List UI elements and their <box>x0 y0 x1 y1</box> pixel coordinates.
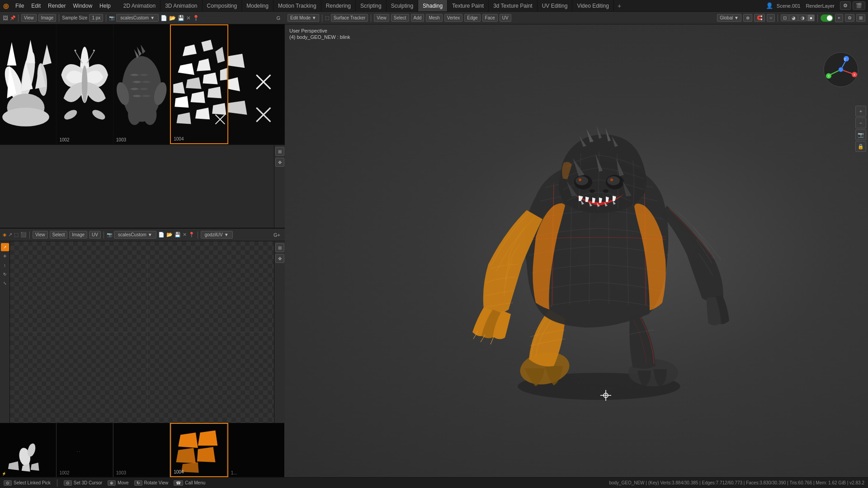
save-image-icon[interactable]: 💾 <box>178 15 184 21</box>
gizmo-toggle[interactable]: ⌖ <box>835 14 843 22</box>
add-workspace-button[interactable]: + <box>614 2 625 9</box>
uv-gizmo-toggle-btn[interactable]: G+ <box>272 231 282 239</box>
snap-toggle[interactable]: 🧲 <box>754 14 765 22</box>
transform-pivot-btn[interactable]: ⊕ <box>743 14 752 22</box>
uv-cursor-tool-btn[interactable]: ✛ <box>1 252 9 260</box>
viewport-overlay-info: User Perspective (4) body_GEO_NEW : blin… <box>289 28 350 40</box>
uv-pan-btn-right[interactable]: ✥ <box>275 254 284 263</box>
uv-select-tool-btn[interactable]: ↗ <box>1 243 9 251</box>
vp-view-btn[interactable]: View <box>374 14 389 22</box>
render-btn[interactable]: ● <box>807 14 815 21</box>
image-thumb-1005[interactable] <box>228 24 285 144</box>
edit-mode-dropdown[interactable]: Edit Mode ▼ <box>288 14 319 22</box>
uv-move-tool-btn[interactable]: ↕ <box>1 261 9 269</box>
tab-compositing[interactable]: Compositing <box>203 0 242 11</box>
tab-motion-tracking[interactable]: Motion Tracking <box>274 0 321 11</box>
bottom-thumb-last[interactable]: 1... <box>228 423 285 477</box>
pin-image-icon[interactable]: 📍 <box>193 15 199 21</box>
svg-marker-69 <box>179 432 198 448</box>
uv-editor-mode-icon[interactable]: ◈ <box>3 232 6 238</box>
menu-help[interactable]: Help <box>96 0 114 11</box>
bottom-thumb-1004[interactable]: 1004 <box>170 423 228 477</box>
pin-icon[interactable]: 📌 <box>10 15 15 20</box>
menu-items: File Edit Render Window Help <box>12 0 114 11</box>
view-menu-btn[interactable]: View <box>21 14 37 22</box>
uv-image-name-dropdown[interactable]: scalesCustom ▼ <box>114 231 156 239</box>
side-tools-vertical: ⊞ ✥ <box>274 145 285 228</box>
tab-2d-animation[interactable]: 2D Animation <box>119 0 160 11</box>
3d-cursor-key: ⊙ <box>64 480 72 486</box>
uv-mode-icon3[interactable]: ⬛ <box>20 232 27 238</box>
vp-uv-btn[interactable]: UV <box>500 14 511 22</box>
tab-shading[interactable]: Shading <box>418 0 448 11</box>
uv-close-icon[interactable]: ✕ <box>183 232 187 238</box>
menu-file[interactable]: File <box>12 0 28 11</box>
surface-tracker-btn[interactable]: Surface Tracker <box>331 14 368 22</box>
new-image-icon[interactable]: 📄 <box>160 15 167 21</box>
image-thumb-1004[interactable]: 1004 <box>170 24 228 144</box>
close-image-icon[interactable]: ✕ <box>186 15 191 21</box>
tab-video-editing[interactable]: Video Editing <box>572 0 614 11</box>
tab-rendering[interactable]: Rendering <box>321 0 356 11</box>
vp-edge-btn[interactable]: Edge <box>464 14 480 22</box>
scene-label: Scene.001 <box>777 3 801 9</box>
uv-name-dropdown[interactable]: godzilUV ▼ <box>201 231 233 239</box>
viewport-body[interactable]: User Perspective (4) body_GEO_NEW : blin… <box>285 24 868 477</box>
uv-open-icon[interactable]: 📂 <box>166 232 173 238</box>
tab-scripting[interactable]: Scripting <box>356 0 387 11</box>
uv-select-icon[interactable]: ↗ <box>8 232 12 238</box>
uv-view-btn[interactable]: View <box>33 231 48 239</box>
orientation-dropdown[interactable]: Global ▼ <box>717 14 741 22</box>
vp-vertex-btn[interactable]: Vertex <box>444 14 462 22</box>
image-thumb-1003[interactable]: 1003 <box>113 24 170 144</box>
scene-settings-btn[interactable]: ⚙ <box>840 1 851 10</box>
wireframe-btn[interactable]: ⊡ <box>781 14 789 21</box>
uv-canvas[interactable] <box>10 241 285 423</box>
bottom-thumb-1002[interactable]: - - 1002 <box>57 423 113 477</box>
uv-pin-icon[interactable]: 📍 <box>189 232 195 238</box>
blender-logo-icon[interactable]: ◎ <box>0 0 12 12</box>
solid-btn[interactable]: ◕ <box>789 14 798 21</box>
open-image-icon[interactable]: 📂 <box>169 15 176 21</box>
viewport-settings-btn[interactable]: ⚙ <box>845 14 854 22</box>
tab-modeling[interactable]: Modeling <box>242 0 274 11</box>
uv-zoom-btn[interactable]: ⊞ <box>275 243 284 252</box>
overlay-toggle[interactable] <box>821 14 833 22</box>
tab-sculpting[interactable]: Sculpting <box>387 0 418 11</box>
vp-face-btn[interactable]: Face <box>482 14 498 22</box>
uv-uv-btn[interactable]: UV <box>89 231 101 239</box>
image-menu-btn[interactable]: Image <box>38 14 57 22</box>
image-thumb-1001[interactable] <box>0 24 57 144</box>
fullscreen-btn[interactable]: ⊞ <box>856 14 865 22</box>
image-thumb-1002[interactable]: 1002 <box>57 24 113 144</box>
vp-mesh-btn[interactable]: Mesh <box>426 14 442 22</box>
uv-select-btn[interactable]: Select <box>50 231 68 239</box>
zoom-to-fit-btn[interactable]: ⊞ <box>275 147 284 156</box>
tab-3d-texture-paint[interactable]: 3d Texture Paint <box>489 0 538 11</box>
image-name-dropdown[interactable]: scalesCustom ▼ <box>116 14 159 22</box>
menu-edit[interactable]: Edit <box>28 0 44 11</box>
vp-select-btn[interactable]: Select <box>391 14 409 22</box>
material-btn[interactable]: ◑ <box>798 14 807 21</box>
uv-new-icon[interactable]: 📄 <box>158 232 165 238</box>
tab-3d-animation[interactable]: 3D Animation <box>160 0 202 11</box>
uv-save-icon[interactable]: 💾 <box>175 232 181 238</box>
vp-add-btn[interactable]: Add <box>411 14 425 22</box>
bottom-thumb-1[interactable]: ⚡ <box>0 423 57 477</box>
sample-size-value[interactable]: 1 px <box>89 14 103 22</box>
uv-image-btn[interactable]: Image <box>69 231 87 239</box>
editor-type-icon[interactable]: 🖼 <box>3 15 8 21</box>
tab-texture-paint[interactable]: Texture Paint <box>448 0 489 11</box>
menu-render[interactable]: Render <box>44 0 69 11</box>
uv-rotate-tool-btn[interactable]: ↻ <box>1 270 9 278</box>
tab-uv-editing[interactable]: UV Editing <box>538 0 573 11</box>
gizmo-toggle-btn[interactable]: G <box>274 14 282 22</box>
bottom-thumb-1003[interactable]: 1003 <box>113 423 170 477</box>
pan-btn[interactable]: ✥ <box>275 158 284 167</box>
uv-scale-tool-btn[interactable]: ⤡ <box>1 279 9 287</box>
proportional-edit[interactable]: ○ <box>767 14 775 22</box>
scene-button-2[interactable]: 🎬 <box>853 1 865 10</box>
separator-2 <box>59 14 59 22</box>
menu-window[interactable]: Window <box>69 0 96 11</box>
uv-mode-icon2[interactable]: ⬚ <box>14 232 19 238</box>
